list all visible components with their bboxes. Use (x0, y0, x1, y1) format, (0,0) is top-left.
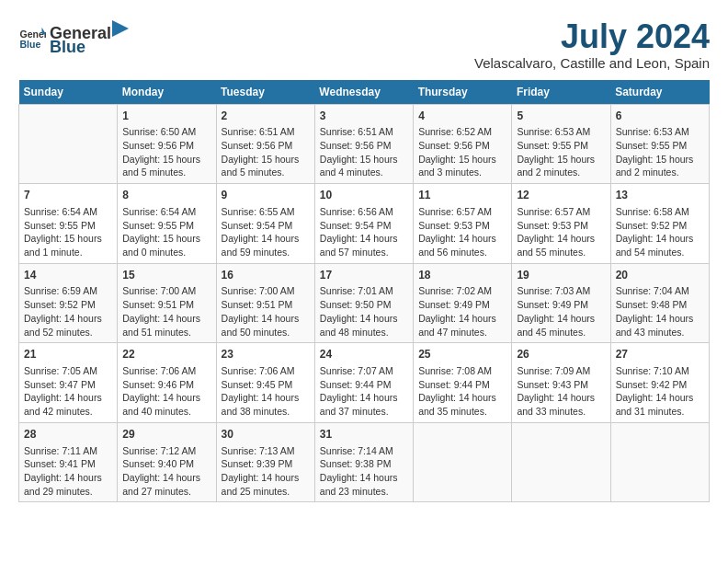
day-header-thursday: Thursday (414, 80, 512, 105)
calendar-cell: 5Sunrise: 6:53 AM Sunset: 9:55 PM Daylig… (512, 104, 610, 184)
cell-content: Sunrise: 7:13 AM Sunset: 9:39 PM Dayligh… (222, 444, 310, 499)
day-number: 1 (122, 109, 210, 124)
calendar-week-row: 28Sunrise: 7:11 AM Sunset: 9:41 PM Dayli… (19, 422, 710, 502)
calendar-table: SundayMondayTuesdayWednesdayThursdayFrid… (18, 80, 710, 503)
calendar-cell (610, 422, 709, 502)
calendar-cell: 1Sunrise: 6:50 AM Sunset: 9:56 PM Daylig… (118, 104, 216, 184)
day-number: 12 (517, 188, 605, 203)
day-number: 14 (24, 268, 112, 283)
day-number: 17 (320, 268, 408, 283)
calendar-cell: 31Sunrise: 7:14 AM Sunset: 9:38 PM Dayli… (314, 422, 413, 502)
day-number: 3 (320, 109, 408, 124)
month-year-title: July 2024 (474, 18, 710, 55)
logo-arrow-icon (112, 18, 129, 39)
cell-content: Sunrise: 7:03 AM Sunset: 9:49 PM Dayligh… (517, 284, 605, 339)
calendar-cell: 3Sunrise: 6:51 AM Sunset: 9:56 PM Daylig… (314, 104, 413, 184)
calendar-cell: 24Sunrise: 7:07 AM Sunset: 9:44 PM Dayli… (314, 343, 413, 423)
cell-content: Sunrise: 7:12 AM Sunset: 9:40 PM Dayligh… (122, 444, 210, 499)
day-number: 28 (24, 427, 112, 442)
calendar-cell: 23Sunrise: 7:06 AM Sunset: 9:45 PM Dayli… (216, 343, 314, 423)
day-number: 13 (616, 188, 704, 203)
calendar-cell: 18Sunrise: 7:02 AM Sunset: 9:49 PM Dayli… (414, 263, 512, 343)
calendar-cell: 21Sunrise: 7:05 AM Sunset: 9:47 PM Dayli… (19, 343, 118, 423)
calendar-cell: 4Sunrise: 6:52 AM Sunset: 9:56 PM Daylig… (414, 104, 512, 184)
calendar-cell (512, 422, 610, 502)
day-header-sunday: Sunday (19, 80, 118, 105)
day-number: 15 (122, 268, 210, 283)
calendar-cell: 13Sunrise: 6:58 AM Sunset: 9:52 PM Dayli… (610, 184, 709, 264)
day-header-wednesday: Wednesday (314, 80, 413, 105)
calendar-cell (414, 422, 512, 502)
day-number: 25 (418, 347, 506, 362)
day-number: 23 (222, 347, 310, 362)
cell-content: Sunrise: 6:54 AM Sunset: 9:55 PM Dayligh… (24, 205, 112, 259)
cell-content: Sunrise: 6:53 AM Sunset: 9:55 PM Dayligh… (517, 125, 605, 179)
calendar-cell: 26Sunrise: 7:09 AM Sunset: 9:43 PM Dayli… (512, 343, 610, 423)
day-number: 9 (222, 188, 310, 203)
day-number: 4 (418, 109, 506, 124)
calendar-cell: 22Sunrise: 7:06 AM Sunset: 9:46 PM Dayli… (118, 343, 216, 423)
calendar-week-row: 14Sunrise: 6:59 AM Sunset: 9:52 PM Dayli… (19, 263, 710, 343)
day-number: 26 (517, 347, 605, 362)
calendar-cell: 11Sunrise: 6:57 AM Sunset: 9:53 PM Dayli… (414, 184, 512, 264)
day-number: 20 (616, 268, 704, 283)
cell-content: Sunrise: 6:55 AM Sunset: 9:54 PM Dayligh… (222, 205, 310, 259)
day-number: 16 (222, 268, 310, 283)
cell-content: Sunrise: 7:05 AM Sunset: 9:47 PM Dayligh… (24, 364, 112, 419)
cell-content: Sunrise: 6:54 AM Sunset: 9:55 PM Dayligh… (122, 205, 210, 259)
day-number: 31 (320, 427, 408, 442)
logo-icon: General Blue (18, 24, 46, 52)
day-number: 24 (320, 347, 408, 362)
calendar-cell: 19Sunrise: 7:03 AM Sunset: 9:49 PM Dayli… (512, 263, 610, 343)
day-number: 7 (24, 188, 112, 203)
calendar-cell: 8Sunrise: 6:54 AM Sunset: 9:55 PM Daylig… (118, 184, 216, 264)
calendar-cell: 6Sunrise: 6:53 AM Sunset: 9:55 PM Daylig… (610, 104, 709, 184)
cell-content: Sunrise: 7:10 AM Sunset: 9:42 PM Dayligh… (616, 364, 704, 419)
cell-content: Sunrise: 7:06 AM Sunset: 9:46 PM Dayligh… (122, 364, 210, 419)
cell-content: Sunrise: 7:00 AM Sunset: 9:51 PM Dayligh… (222, 284, 310, 339)
calendar-cell: 30Sunrise: 7:13 AM Sunset: 9:39 PM Dayli… (216, 422, 314, 502)
cell-content: Sunrise: 7:04 AM Sunset: 9:48 PM Dayligh… (616, 284, 704, 339)
cell-content: Sunrise: 7:08 AM Sunset: 9:44 PM Dayligh… (418, 364, 506, 419)
day-number: 21 (24, 347, 112, 362)
page-header: General Blue General Blue July 2024 Vela… (18, 18, 710, 71)
day-header-monday: Monday (118, 80, 216, 105)
calendar-cell: 28Sunrise: 7:11 AM Sunset: 9:41 PM Dayli… (19, 422, 118, 502)
day-number: 11 (418, 188, 506, 203)
calendar-cell: 15Sunrise: 7:00 AM Sunset: 9:51 PM Dayli… (118, 263, 216, 343)
cell-content: Sunrise: 7:02 AM Sunset: 9:49 PM Dayligh… (418, 284, 506, 339)
cell-content: Sunrise: 7:01 AM Sunset: 9:50 PM Dayligh… (320, 284, 408, 339)
calendar-week-row: 21Sunrise: 7:05 AM Sunset: 9:47 PM Dayli… (19, 343, 710, 423)
day-number: 18 (418, 268, 506, 283)
day-number: 27 (616, 347, 704, 362)
day-number: 2 (222, 109, 310, 124)
cell-content: Sunrise: 7:07 AM Sunset: 9:44 PM Dayligh… (320, 364, 408, 419)
day-number: 19 (517, 268, 605, 283)
calendar-cell: 10Sunrise: 6:56 AM Sunset: 9:54 PM Dayli… (314, 184, 413, 264)
calendar-header-row: SundayMondayTuesdayWednesdayThursdayFrid… (19, 80, 710, 105)
cell-content: Sunrise: 6:50 AM Sunset: 9:56 PM Dayligh… (122, 125, 210, 179)
calendar-cell: 9Sunrise: 6:55 AM Sunset: 9:54 PM Daylig… (216, 184, 314, 264)
cell-content: Sunrise: 6:51 AM Sunset: 9:56 PM Dayligh… (222, 125, 310, 179)
calendar-week-row: 7Sunrise: 6:54 AM Sunset: 9:55 PM Daylig… (19, 184, 710, 264)
calendar-week-row: 1Sunrise: 6:50 AM Sunset: 9:56 PM Daylig… (19, 104, 710, 184)
day-number: 10 (320, 188, 408, 203)
cell-content: Sunrise: 6:57 AM Sunset: 9:53 PM Dayligh… (517, 205, 605, 259)
title-block: July 2024 Velascalvaro, Castille and Leo… (474, 18, 710, 71)
cell-content: Sunrise: 6:57 AM Sunset: 9:53 PM Dayligh… (418, 205, 506, 259)
cell-content: Sunrise: 6:59 AM Sunset: 9:52 PM Dayligh… (24, 284, 112, 339)
cell-content: Sunrise: 7:09 AM Sunset: 9:43 PM Dayligh… (517, 364, 605, 419)
calendar-cell: 12Sunrise: 6:57 AM Sunset: 9:53 PM Dayli… (512, 184, 610, 264)
calendar-cell: 27Sunrise: 7:10 AM Sunset: 9:42 PM Dayli… (610, 343, 709, 423)
cell-content: Sunrise: 6:58 AM Sunset: 9:52 PM Dayligh… (616, 205, 704, 259)
cell-content: Sunrise: 7:00 AM Sunset: 9:51 PM Dayligh… (122, 284, 210, 339)
day-number: 8 (122, 188, 210, 203)
calendar-cell: 2Sunrise: 6:51 AM Sunset: 9:56 PM Daylig… (216, 104, 314, 184)
calendar-cell (19, 104, 118, 184)
cell-content: Sunrise: 6:51 AM Sunset: 9:56 PM Dayligh… (320, 125, 408, 179)
day-header-tuesday: Tuesday (216, 80, 314, 105)
calendar-cell: 17Sunrise: 7:01 AM Sunset: 9:50 PM Dayli… (314, 263, 413, 343)
calendar-cell: 7Sunrise: 6:54 AM Sunset: 9:55 PM Daylig… (19, 184, 118, 264)
cell-content: Sunrise: 6:56 AM Sunset: 9:54 PM Dayligh… (320, 205, 408, 259)
location-subtitle: Velascalvaro, Castille and Leon, Spain (474, 55, 710, 71)
